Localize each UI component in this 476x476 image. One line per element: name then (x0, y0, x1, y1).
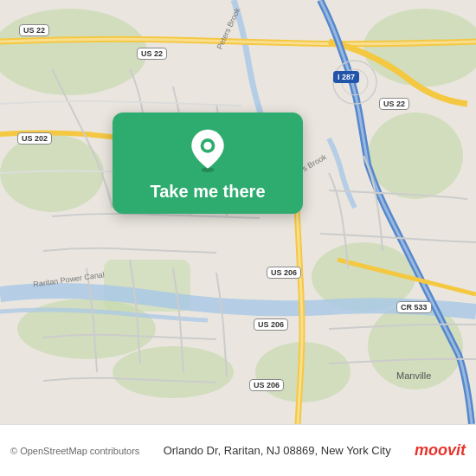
moovit-logo-text: moovit (415, 441, 466, 460)
road-badge-us22-r: US 22 (379, 98, 409, 110)
road-badge-us22-tl: US 22 (19, 24, 49, 36)
map-container: US 22 US 22 US 22 I 287 US 202 US 206 US… (0, 0, 476, 424)
road-badge-us206-lower: US 206 (254, 318, 288, 331)
svg-point-15 (203, 142, 211, 150)
road-badge-us202: US 202 (17, 132, 52, 145)
location-pin-icon (185, 128, 230, 173)
svg-point-4 (368, 113, 463, 199)
road-badge-us206-bottom: US 206 (249, 379, 284, 391)
road-badge-cr533: CR 533 (396, 301, 432, 313)
road-badge-i287: I 287 (333, 71, 359, 83)
bottom-bar: © OpenStreetMap contributors Orlando Dr,… (0, 424, 476, 476)
take-me-there-label: Take me there (150, 182, 265, 202)
moovit-logo: moovit (415, 441, 466, 460)
road-badge-us22-tm: US 22 (137, 48, 167, 60)
take-me-there-button[interactable]: Take me there (113, 113, 303, 214)
address-text: Orlando Dr, Raritan, NJ 08869, New York … (139, 444, 415, 457)
svg-point-7 (113, 346, 234, 398)
copyright-text: © OpenStreetMap contributors (10, 446, 139, 456)
label-manville: Manville (396, 370, 431, 381)
road-badge-us206-mid: US 206 (267, 267, 301, 279)
